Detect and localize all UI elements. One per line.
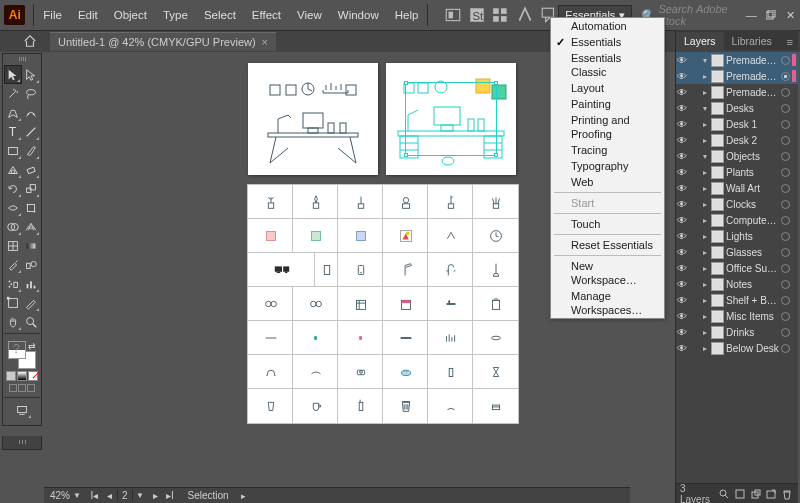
window-minimize-icon[interactable]: — [745,8,757,22]
magic-wand-tool[interactable] [4,84,22,103]
disclosure-arrow-icon[interactable] [700,280,709,289]
last-artboard-icon[interactable]: ▸I [163,490,178,501]
layer-row[interactable]: 👁Shelf + B… [676,292,798,308]
visibility-toggle-icon[interactable]: 👁 [676,263,688,274]
symbol-artboard-grid[interactable] [248,185,518,423]
target-icon[interactable] [781,88,790,97]
lasso-tool[interactable] [22,84,40,103]
create-sublayer-icon[interactable] [749,486,763,502]
layer-row[interactable]: 👁Plants [676,164,798,180]
first-artboard-icon[interactable]: I◂ [87,490,102,501]
workspace-item-tracing[interactable]: Tracing [551,142,664,158]
stock-icon[interactable]: St [468,6,486,24]
target-icon[interactable] [781,264,790,273]
target-icon[interactable] [781,136,790,145]
layer-row[interactable]: 👁Premade Scenes [676,52,798,68]
workspace-item-automation[interactable]: Automation [551,18,664,34]
workspace-item-essentials[interactable]: Essentials [551,34,664,50]
layer-row[interactable]: 👁Objects [676,148,798,164]
locate-object-icon[interactable] [717,486,731,502]
shape-builder-tool[interactable] [4,217,22,236]
layer-name-label[interactable]: Drinks [726,327,779,338]
zoom-level[interactable]: 42%▼ [44,490,87,501]
rotate-tool[interactable] [4,179,22,198]
layer-row[interactable]: 👁Office Su… [676,260,798,276]
layer-row[interactable]: 👁Premade … [676,68,798,84]
workspace-item-layout[interactable]: Layout [551,80,664,96]
disclosure-arrow-icon[interactable] [700,328,709,337]
target-icon[interactable] [781,184,790,193]
layer-row[interactable]: 👁Below Desk [676,340,798,356]
layer-row[interactable]: 👁Misc Items [676,308,798,324]
fill-swatch[interactable] [8,341,26,359]
visibility-toggle-icon[interactable]: 👁 [676,311,688,322]
zoom-tool[interactable] [22,312,40,331]
layer-name-label[interactable]: Plants [726,167,779,178]
artboard-scene-2-selected[interactable] [386,63,516,175]
visibility-toggle-icon[interactable]: 👁 [676,215,688,226]
target-icon[interactable] [781,248,790,257]
target-icon[interactable] [781,56,790,65]
disclosure-arrow-icon[interactable] [700,152,709,161]
layer-row[interactable]: 👁Notes [676,276,798,292]
menu-window[interactable]: Window [331,5,386,25]
layer-name-label[interactable]: Desks [726,103,779,114]
bridge-icon[interactable] [444,6,462,24]
hand-tool[interactable] [4,312,22,331]
disclosure-arrow-icon[interactable] [700,216,709,225]
visibility-toggle-icon[interactable]: 👁 [676,55,688,66]
new-layer-icon[interactable] [764,486,778,502]
disclosure-arrow-icon[interactable] [700,72,709,81]
delete-layer-icon[interactable] [780,486,794,502]
paintbrush-tool[interactable] [22,141,40,160]
arrange-documents-icon[interactable] [492,6,510,24]
target-icon[interactable] [781,216,790,225]
workspace-item-reset[interactable]: Reset Essentials [551,237,664,253]
selection-tool[interactable] [4,65,22,84]
layer-name-label[interactable]: Computer… [726,215,779,226]
panel-tab-layers[interactable]: Layers [676,32,724,50]
menu-file[interactable]: File [36,5,69,25]
target-icon[interactable] [781,312,790,321]
width-tool[interactable] [4,198,22,217]
visibility-toggle-icon[interactable]: 👁 [676,151,688,162]
layer-row[interactable]: 👁Desk 2 [676,132,798,148]
disclosure-arrow-icon[interactable] [700,200,709,209]
layer-row[interactable]: 👁Desk 1 [676,116,798,132]
layer-row[interactable]: 👁Clocks [676,196,798,212]
perspective-grid-tool[interactable] [22,217,40,236]
disclosure-arrow-icon[interactable] [700,56,709,65]
layer-name-label[interactable]: Objects [726,151,779,162]
visibility-toggle-icon[interactable]: 👁 [676,199,688,210]
menu-object[interactable]: Object [107,5,154,25]
shaper-tool[interactable] [4,160,22,179]
disclosure-arrow-icon[interactable] [700,264,709,273]
disclosure-arrow-icon[interactable] [700,296,709,305]
menu-edit[interactable]: Edit [71,5,105,25]
layer-row[interactable]: 👁Wall Art [676,180,798,196]
column-graph-tool[interactable] [22,274,40,293]
layer-tree[interactable]: 👁Premade Scenes👁Premade …👁Premade …👁Desk… [676,50,798,358]
layer-name-label[interactable]: Below Desk [726,343,779,354]
panel-menu-icon[interactable]: ≡ [782,34,798,50]
fill-stroke-swatch[interactable]: ⇄ [4,336,40,395]
visibility-toggle-icon[interactable]: 👁 [676,247,688,258]
target-icon[interactable] [781,280,790,289]
artboard-tool[interactable] [4,293,22,312]
artboard-number[interactable]: 2 [117,490,133,501]
gradient-tool[interactable] [22,236,40,255]
visibility-toggle-icon[interactable]: 👁 [676,87,688,98]
menu-type[interactable]: Type [156,5,195,25]
close-tab-icon[interactable]: × [262,36,268,48]
target-icon[interactable] [781,152,790,161]
layer-name-label[interactable]: Premade … [726,71,779,82]
disclosure-arrow-icon[interactable] [700,184,709,193]
line-segment-tool[interactable] [22,122,40,141]
target-icon[interactable] [781,344,790,353]
none-mode-icon[interactable] [28,371,38,381]
visibility-toggle-icon[interactable]: 👁 [676,119,688,130]
draw-normal-icon[interactable] [9,384,17,392]
layer-row[interactable]: 👁Lights [676,228,798,244]
visibility-toggle-icon[interactable]: 👁 [676,135,688,146]
layer-row[interactable]: 👁Drinks [676,324,798,340]
